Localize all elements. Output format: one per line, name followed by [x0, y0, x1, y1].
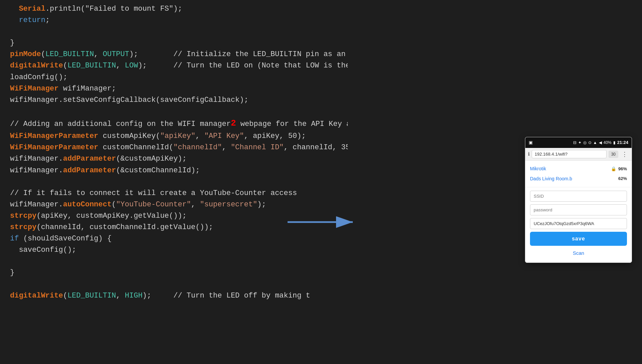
code-line-25: [10, 279, 338, 290]
code-line-3: [10, 26, 338, 37]
code-line-16: [10, 176, 338, 188]
code-line-13: WiFiManagerParameter customChannelId("ch…: [10, 142, 338, 153]
wifi-network-item-dads[interactable]: Dads Living Room.b 62%: [530, 174, 627, 184]
code-line-10: [10, 106, 338, 117]
code-line-9: wifiManager.setSaveConfigCallback(saveCo…: [10, 95, 338, 106]
code-line-23: [10, 256, 338, 267]
code-line-21: if (shouldSaveConfig) {: [10, 233, 338, 244]
wifi-item-icons-2: 62%: [618, 175, 627, 182]
wifi-network-item-mikrotik[interactable]: Mikrotik 🔒 96%: [530, 164, 627, 174]
code-line-2: return;: [10, 15, 338, 26]
wifi-name-mikrotik[interactable]: Mikrotik: [530, 165, 546, 173]
status-left-icon: ▣: [529, 139, 533, 146]
info-icon: ℹ: [528, 151, 530, 158]
lock-icon: 🔒: [611, 166, 616, 172]
clock: 21:24: [617, 139, 628, 146]
api-key-input[interactable]: [530, 218, 627, 229]
code-line-19: strcpy(apiKey, customApiKey.getValue());: [10, 210, 338, 222]
code-line-14: wifiManager.addParameter(&customApiKey);: [10, 153, 338, 165]
reload-button[interactable]: 30: [609, 151, 618, 158]
code-line-12: WiFiManagerParameter customApiKey("apiKe…: [10, 131, 338, 142]
password-input[interactable]: [530, 204, 627, 215]
code-line-5: pinMode(LED_BUILTIN, OUTPUT); // Initial…: [10, 49, 338, 60]
save-button[interactable]: save: [530, 232, 627, 246]
code-line-18: wifiManager.autoConnect("YouTube-Counter…: [10, 199, 338, 210]
signal-icon: ⊟: [573, 140, 576, 146]
battery-level: 40%: [604, 140, 612, 146]
bluetooth-icon: ✦: [578, 140, 581, 146]
alarm-icon: ◎: [583, 140, 586, 146]
code-line-22: saveConfig();: [10, 244, 338, 256]
code-line-20: strcpy(channelId, customChannelId.getVal…: [10, 222, 338, 233]
code-line-1: Serial.println("Failed to mount FS");: [10, 3, 338, 15]
wifi-network-list: Mikrotik 🔒 96% Dads Living Room.b 62%: [525, 161, 632, 187]
wifi-strength-dads: 62%: [618, 175, 627, 182]
phone-url-bar[interactable]: ℹ 30 ⋮: [525, 148, 632, 161]
wifi-name-dads[interactable]: Dads Living Room.b: [530, 175, 572, 183]
code-line-15: wifiManager.addParameter(&customChannelI…: [10, 165, 338, 176]
code-line-6: digitalWrite(LED_BUILTIN, LOW); // Turn …: [10, 60, 338, 71]
code-line-4: }: [10, 37, 338, 49]
code-line-11: // Adding an additional config on the WI…: [10, 117, 338, 131]
nfc-icon: ⊙: [588, 140, 592, 146]
phone-browser-overlay: ▣ ⊟ ✦ ◎ ⊙ ▲ ◀ 40% ▮ 21:24 ℹ 30 ⋮ Mikroti…: [525, 137, 632, 263]
wifi-form: save Scan: [525, 187, 632, 262]
code-line-17: // If it fails to connect it will create…: [10, 188, 338, 199]
scan-link[interactable]: Scan: [530, 249, 627, 259]
wifi-strength-mikrotik: 96%: [618, 166, 627, 172]
wifi-icon: ▲: [593, 140, 597, 146]
battery-icon: ▮: [613, 140, 616, 146]
status-icons: ⊟ ✦ ◎ ⊙ ▲ ◀ 40% ▮ 21:24: [573, 139, 628, 146]
url-input[interactable]: [532, 150, 607, 158]
ssid-input[interactable]: [530, 191, 627, 202]
code-editor: Serial.println("Failed to mount FS"); re…: [0, 0, 348, 364]
code-line-26: digitalWrite(LED_BUILTIN, HIGH); // Turn…: [10, 290, 338, 302]
menu-button[interactable]: ⋮: [620, 151, 629, 158]
signal-bars-icon: ◀: [599, 140, 602, 146]
code-line-8: WiFiManager wifiManager;: [10, 83, 338, 95]
code-line-24: }: [10, 267, 338, 279]
phone-status-bar: ▣ ⊟ ✦ ◎ ⊙ ▲ ◀ 40% ▮ 21:24: [525, 137, 632, 148]
wifi-item-icons: 🔒 96%: [611, 166, 627, 172]
code-line-7: loadConfig();: [10, 72, 338, 83]
